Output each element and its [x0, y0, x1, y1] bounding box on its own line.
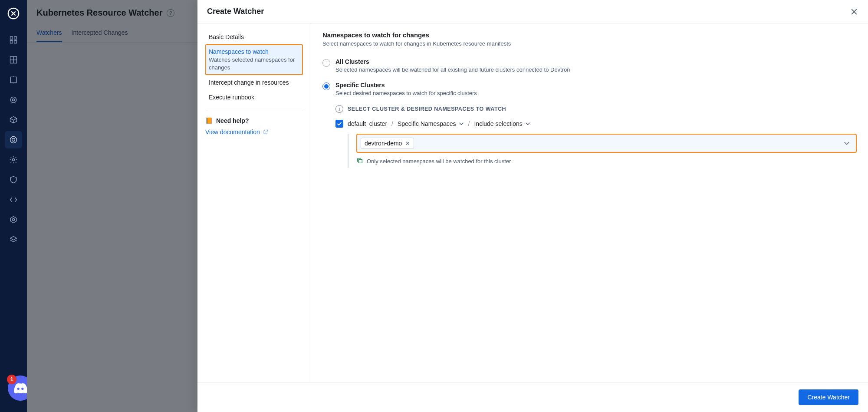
nav-extension-icon[interactable] — [5, 71, 22, 89]
side-item-namespaces-to-watch[interactable]: Namespaces to watch Watches selected nam… — [205, 44, 303, 75]
nav-shield-icon[interactable] — [5, 171, 22, 188]
wizard-sidebar: Basic Details Namespaces to watch Watche… — [197, 23, 311, 382]
side-item-basic-details[interactable]: Basic Details — [205, 30, 303, 44]
svg-rect-7 — [10, 77, 16, 82]
nav-settings-alt-icon[interactable] — [5, 211, 22, 228]
nav-layers-icon[interactable] — [5, 231, 22, 248]
nav-apps-icon[interactable] — [5, 31, 22, 49]
svg-point-9 — [13, 99, 15, 101]
panel-title: Create Watcher — [207, 7, 264, 16]
radio-all-clusters[interactable] — [322, 59, 330, 67]
chevron-down-icon[interactable] — [841, 140, 852, 147]
nav-gear-icon[interactable] — [5, 151, 22, 168]
namespace-multiselect[interactable]: devtron-demo ✕ — [356, 134, 857, 153]
close-icon[interactable] — [850, 7, 858, 16]
book-icon: 📙 — [205, 117, 213, 124]
cluster-row: default_cluster / Specific Namespaces / … — [335, 120, 857, 128]
remove-tag-icon[interactable]: ✕ — [405, 140, 410, 147]
radio-all-clusters-label: All Clusters — [335, 58, 570, 65]
left-nav-rail: 1 — [0, 0, 27, 412]
namespace-mode-dropdown[interactable]: Specific Namespaces — [398, 120, 464, 127]
svg-rect-1 — [14, 37, 17, 40]
svg-point-8 — [10, 97, 16, 102]
namespace-tag: devtron-demo ✕ — [361, 138, 414, 149]
nav-cube-icon[interactable] — [5, 111, 22, 129]
radio-specific-clusters[interactable] — [322, 82, 330, 90]
panel-footer: Create Watcher — [197, 382, 868, 412]
nav-grid-icon[interactable] — [5, 51, 22, 69]
discord-badge-count: 1 — [7, 375, 16, 384]
section-title: Namespaces to watch for changes — [322, 31, 857, 39]
svg-point-14 — [13, 219, 15, 221]
include-mode-dropdown[interactable]: Include selections — [474, 120, 530, 127]
cluster-scope-radio-group: All Clusters Selected namespaces will be… — [322, 56, 857, 102]
view-documentation-link[interactable]: View documentation — [205, 129, 269, 135]
namespace-hint: Only selected namespaces will be watched… — [356, 157, 857, 165]
panel-main: Namespaces to watch for changes Select n… — [311, 23, 868, 382]
nav-code-icon[interactable] — [5, 191, 22, 208]
svg-point-10 — [10, 137, 17, 143]
create-watcher-button[interactable]: Create Watcher — [799, 389, 858, 405]
nav-target-icon[interactable] — [5, 91, 22, 109]
cluster-instruction: i SELECT CLUSTER & DESIRED NAMESPACES TO… — [335, 105, 857, 113]
svg-point-12 — [13, 159, 15, 161]
section-subtitle: Select namespaces to watch for changes i… — [322, 40, 857, 47]
svg-point-11 — [12, 138, 15, 142]
svg-rect-2 — [10, 41, 13, 43]
create-watcher-panel: Create Watcher Basic Details Namespaces … — [197, 0, 868, 412]
svg-marker-13 — [10, 217, 16, 223]
copy-check-icon — [356, 157, 363, 165]
svg-rect-0 — [10, 37, 13, 40]
radio-specific-clusters-label: Specific Clusters — [335, 82, 477, 89]
side-item-intercept-change[interactable]: Intercept change in resources — [205, 75, 303, 90]
need-help-label: 📙 Need help? — [205, 117, 303, 124]
svg-rect-3 — [14, 41, 17, 43]
sidebar-divider — [205, 111, 303, 111]
cluster-name: default_cluster — [348, 120, 387, 127]
side-item-execute-runbook[interactable]: Execute runbook — [205, 90, 303, 105]
svg-rect-15 — [358, 159, 362, 163]
cluster-checkbox[interactable] — [335, 120, 343, 128]
devtron-logo — [6, 6, 21, 21]
nav-resource-watcher-icon[interactable] — [5, 131, 22, 148]
info-icon: i — [335, 105, 343, 113]
